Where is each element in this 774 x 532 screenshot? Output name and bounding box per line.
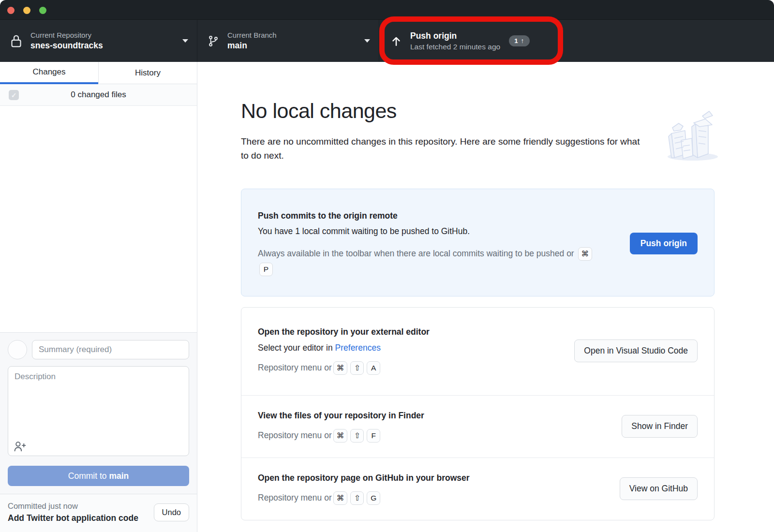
chevron-down-icon xyxy=(182,39,188,43)
sidebar: Changes History ✓ 0 changed files xyxy=(0,62,197,532)
current-branch-dropdown[interactable]: Current Branch main xyxy=(197,20,379,62)
commit-description-input[interactable] xyxy=(8,366,189,456)
chevron-down-icon xyxy=(364,39,370,43)
current-repository-name: snes-soundtracks xyxy=(30,41,103,51)
callout-hint: Always available in the toolbar when the… xyxy=(258,246,596,277)
select-all-checkbox[interactable]: ✓ xyxy=(9,90,19,100)
suggestion-title: Open the repository page on GitHub in yo… xyxy=(258,473,470,483)
push-origin-title: Push origin xyxy=(410,31,500,41)
commit-button-branch: main xyxy=(109,471,129,481)
push-commits-callout: Push commits to the origin remote You ha… xyxy=(241,189,714,296)
suggestion-shortcut: Repository menu or ⌘⇧G xyxy=(258,491,470,505)
sidebar-tabs: Changes History xyxy=(0,62,197,84)
shortcut-hint-text: Repository menu or xyxy=(258,363,332,373)
shortcut-hint-text: Repository menu or xyxy=(258,430,332,441)
suggestion-shortcut: Repository menu or ⌘⇧F xyxy=(258,429,424,443)
commit-status-text: Committed just now xyxy=(8,502,138,511)
current-repository-label: Current Repository xyxy=(30,31,103,39)
git-branch-icon xyxy=(207,34,220,48)
lock-icon xyxy=(10,33,23,49)
zoom-window-icon[interactable] xyxy=(39,7,46,14)
shift-key: ⇧ xyxy=(350,361,364,375)
page-intro: There are no uncommitted changes in this… xyxy=(241,134,643,163)
g-key: G xyxy=(367,491,380,505)
current-branch-label: Current Branch xyxy=(227,31,277,39)
suggestion-open-editor: Open the repository in your external edi… xyxy=(241,308,714,395)
changed-files-count: 0 changed files xyxy=(71,90,126,100)
undo-button[interactable]: Undo xyxy=(154,503,189,521)
suggestion-subtitle: Select your editor in Preferences xyxy=(258,343,430,353)
suggestion-show-finder: View the files of your repository in Fin… xyxy=(241,395,714,458)
f-key: F xyxy=(367,429,380,443)
last-commit-message: Add Twitter bot application code xyxy=(8,513,138,523)
view-on-github-button[interactable]: View on GitHub xyxy=(620,477,698,500)
current-branch-name: main xyxy=(227,41,277,51)
push-ahead-badge: 1 ↑ xyxy=(509,35,530,46)
suggestion-title: View the files of your repository in Fin… xyxy=(258,411,424,421)
suggestion-shortcut: Repository menu or ⌘⇧A xyxy=(258,361,430,375)
push-origin-toolbar-button[interactable]: Push origin Last fetched 2 minutes ago 1… xyxy=(379,20,774,62)
changed-files-list xyxy=(0,106,197,332)
paper-stack-illustration xyxy=(660,96,724,165)
suggestion-title: Open the repository in your external edi… xyxy=(258,327,430,337)
macos-titlebar xyxy=(0,0,774,20)
commit-to-main-button[interactable]: Commit to main xyxy=(8,466,189,486)
changed-files-header: ✓ 0 changed files xyxy=(0,84,197,106)
main-content: No local changes There are no uncommitte… xyxy=(197,62,774,532)
command-key: ⌘ xyxy=(333,491,348,505)
suggestions-card: Open the repository in your external edi… xyxy=(241,307,714,520)
github-desktop-window: Current Repository snes-soundtracks Curr… xyxy=(0,0,774,532)
push-origin-button[interactable]: Push origin xyxy=(630,233,698,254)
commit-button-prefix: Commit to xyxy=(68,471,109,481)
tab-history[interactable]: History xyxy=(98,62,197,84)
command-key: ⌘ xyxy=(333,429,348,443)
callout-hint-text: Always available in the toolbar when the… xyxy=(258,249,574,258)
show-in-finder-button[interactable]: Show in Finder xyxy=(622,415,698,438)
avatar xyxy=(8,340,27,359)
shift-key: ⇧ xyxy=(350,491,364,505)
open-in-vscode-button[interactable]: Open in Visual Studio Code xyxy=(574,340,698,362)
callout-body: You have 1 local commit waiting to be pu… xyxy=(258,226,615,236)
p-key: P xyxy=(259,263,273,276)
a-key: A xyxy=(367,361,380,375)
command-key: ⌘ xyxy=(333,361,348,375)
shift-key: ⇧ xyxy=(350,429,364,443)
current-repository-dropdown[interactable]: Current Repository snes-soundtracks xyxy=(0,20,197,62)
add-coauthor-icon[interactable] xyxy=(14,441,27,452)
tab-changes[interactable]: Changes xyxy=(0,62,98,84)
shortcut-hint-text: Repository menu or xyxy=(258,493,332,503)
close-window-icon[interactable] xyxy=(7,7,15,14)
editor-hint-text: Select your editor in xyxy=(258,343,335,353)
commit-form: Commit to main xyxy=(0,332,197,494)
suggestion-view-github: Open the repository page on GitHub in yo… xyxy=(241,458,714,520)
callout-title: Push commits to the origin remote xyxy=(258,211,615,221)
commit-summary-input[interactable] xyxy=(32,340,189,359)
app-toolbar: Current Repository snes-soundtracks Curr… xyxy=(0,20,774,62)
preferences-link[interactable]: Preferences xyxy=(335,343,381,353)
push-last-fetched: Last fetched 2 minutes ago xyxy=(410,43,500,51)
undo-commit-bar: Committed just now Add Twitter bot appli… xyxy=(0,494,197,532)
arrow-up-icon xyxy=(390,35,402,47)
minimize-window-icon[interactable] xyxy=(23,7,30,14)
traffic-lights xyxy=(7,7,46,14)
command-key: ⌘ xyxy=(578,247,593,261)
